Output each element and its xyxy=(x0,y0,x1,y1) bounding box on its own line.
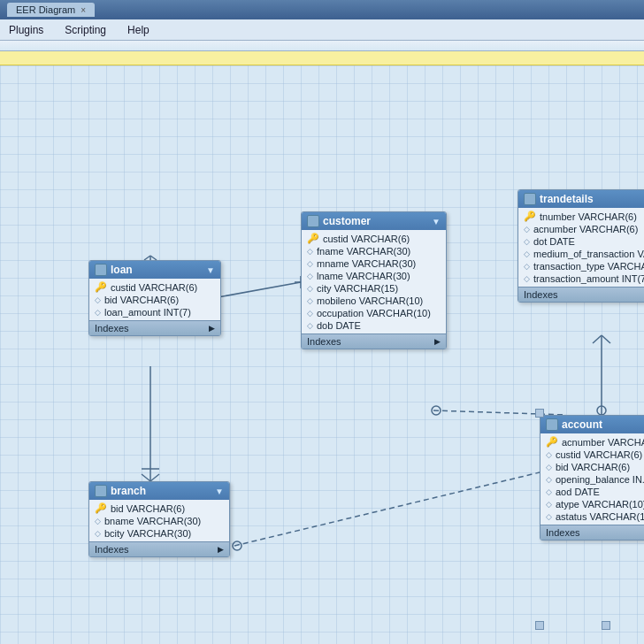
resize-handle[interactable] xyxy=(602,621,610,630)
indexes-branch[interactable]: Indexes ▶ xyxy=(89,541,229,556)
entity-trandetails[interactable]: trandetails ▼ 🔑tnumber VARCHAR(6) ◇acnum… xyxy=(518,189,644,303)
field-row: ◇loan_amount INT(7) xyxy=(89,306,220,318)
field-row: ◇fname VARCHAR(30) xyxy=(302,245,446,257)
field-row: 🔑custid VARCHAR(6) xyxy=(89,280,220,294)
tab-label: EER Diagram xyxy=(16,4,75,15)
field-row: 🔑acnumber VARCHA... xyxy=(540,435,644,448)
field-row: ◇aod DATE xyxy=(540,486,644,498)
field-row: 🔑bid VARCHAR(6) xyxy=(89,502,229,515)
close-icon[interactable]: × xyxy=(80,5,86,15)
field-row: ◇medium_of_transaction VA... xyxy=(518,248,644,260)
entity-customer[interactable]: customer ▼ 🔑custid VARCHAR(6) ◇fname VAR… xyxy=(301,211,447,349)
entity-icon-trandetails xyxy=(524,193,536,205)
field-row: ◇astatus VARCHAR(10... xyxy=(540,510,644,523)
field-row: ◇dot DATE xyxy=(518,235,644,248)
field-row: ◇custid VARCHAR(6) xyxy=(540,448,644,461)
svg-line-11 xyxy=(593,335,602,343)
entity-icon-loan xyxy=(95,264,107,276)
field-row: ◇acnumber VARCHAR(6) xyxy=(518,223,644,235)
entity-icon-branch xyxy=(95,485,107,497)
entity-name-loan: loan xyxy=(111,264,133,276)
field-row: ◇bid VARCHAR(6) xyxy=(540,461,644,473)
svg-line-2 xyxy=(142,474,150,481)
indexes-customer[interactable]: Indexes ▶ xyxy=(302,334,446,349)
menu-scripting[interactable]: Scripting xyxy=(61,22,110,38)
entity-name-customer: customer xyxy=(323,215,371,227)
entity-icon-account xyxy=(546,418,558,431)
entity-name-branch: branch xyxy=(111,485,146,497)
field-row: 🔑custid VARCHAR(6) xyxy=(302,232,446,245)
svg-line-5 xyxy=(234,472,540,546)
field-row: ◇mname VARCHAR(30) xyxy=(302,257,446,270)
resize-handle[interactable] xyxy=(535,621,544,630)
field-row: ◇bname VARCHAR(30) xyxy=(89,515,229,527)
entity-account[interactable]: account ▼ 🔑acnumber VARCHA... ◇custid VA… xyxy=(540,415,644,540)
field-row: ◇transaction_amount INT(7... xyxy=(518,272,644,285)
indexes-account[interactable]: Indexes ▶ xyxy=(540,525,644,540)
toolbar xyxy=(0,41,644,51)
svg-point-10 xyxy=(597,406,606,415)
indexes-loan[interactable]: Indexes ▶ xyxy=(89,320,220,335)
entity-arrow-loan[interactable]: ▼ xyxy=(206,265,215,275)
entity-loan[interactable]: loan ▼ 🔑custid VARCHAR(6) ◇bid VARCHAR(6… xyxy=(88,260,221,336)
field-row: ◇city VARCHAR(15) xyxy=(302,282,446,295)
field-row: ◇lname VARCHAR(30) xyxy=(302,270,446,282)
diagram-canvas: customer ▼ 🔑custid VARCHAR(6) ◇fname VAR… xyxy=(0,65,644,644)
field-row: ◇dob DATE xyxy=(302,319,446,332)
svg-point-6 xyxy=(233,541,242,550)
svg-line-12 xyxy=(602,335,610,343)
title-bar: EER Diagram × xyxy=(0,0,644,19)
field-row: ◇bcity VARCHAR(30) xyxy=(89,527,229,540)
entity-icon-customer xyxy=(307,215,319,227)
info-bar xyxy=(0,51,644,65)
entity-name-account: account xyxy=(562,418,602,431)
field-row: ◇occupation VARCHAR(10) xyxy=(302,307,446,319)
field-row: ◇transaction_type VARCHA... xyxy=(518,260,644,272)
field-row: ◇atype VARCHAR(10) xyxy=(540,498,644,510)
menu-bar: Plugins Scripting Help xyxy=(0,19,644,41)
field-row: 🔑tnumber VARCHAR(6) xyxy=(518,210,644,223)
resize-handle[interactable] xyxy=(535,409,544,418)
menu-help[interactable]: Help xyxy=(124,22,153,38)
field-row: ◇opening_balance IN... xyxy=(540,473,644,486)
title-tab[interactable]: EER Diagram × xyxy=(7,3,95,17)
svg-line-3 xyxy=(150,474,159,481)
field-row: ◇mobileno VARCHAR(10) xyxy=(302,295,446,307)
menu-plugins[interactable]: Plugins xyxy=(5,22,47,38)
entity-name-trandetails: trandetails xyxy=(540,193,594,205)
entity-arrow-branch[interactable]: ▼ xyxy=(215,487,224,496)
entity-arrow-customer[interactable]: ▼ xyxy=(432,217,441,226)
svg-point-8 xyxy=(432,406,441,415)
entity-branch[interactable]: branch ▼ 🔑bid VARCHAR(6) ◇bname VARCHAR(… xyxy=(88,481,230,557)
field-row: ◇bid VARCHAR(6) xyxy=(89,294,220,306)
indexes-trandetails[interactable]: Indexes ▶ xyxy=(518,287,644,302)
